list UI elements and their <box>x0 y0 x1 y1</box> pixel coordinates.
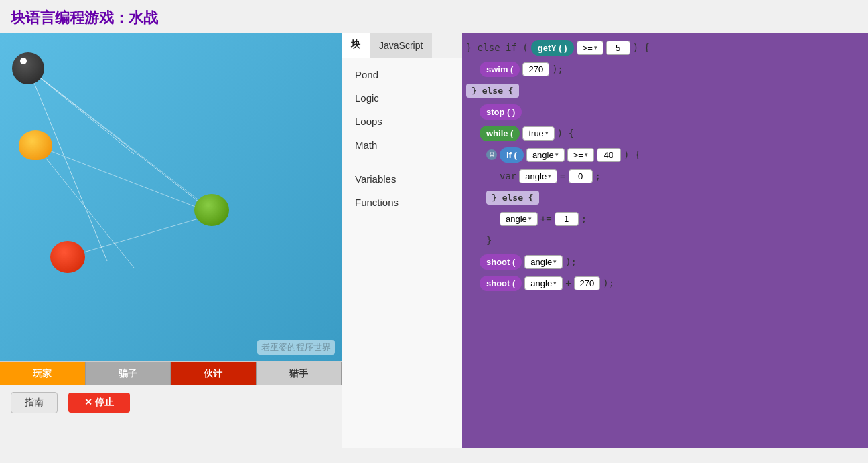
op-gte2-label: >= <box>573 150 583 160</box>
stop-line: stop ( ) <box>480 102 864 122</box>
svg-line-5 <box>68 214 214 257</box>
angle-dropdown-3[interactable]: angle ▾ <box>500 212 538 226</box>
shoot-label-1: shoot ( <box>486 257 515 267</box>
while-label: while ( <box>486 128 513 138</box>
angle-label-4: angle <box>530 257 552 267</box>
else-if-text: } else if ( <box>466 42 528 53</box>
code-section: } else if ( getY ( ) >= ▾ 5 ) { swim ( 2… <box>466 37 864 293</box>
true-label: true <box>528 128 543 138</box>
toolbox-item-loops[interactable]: Loops <box>342 110 462 132</box>
while-close: ) { <box>557 128 574 138</box>
swim-block[interactable]: swim ( <box>480 62 520 77</box>
shoot-close-2: ); <box>603 278 614 288</box>
tab-cheater[interactable]: 骗子 <box>86 362 171 385</box>
svg-line-6 <box>28 68 212 210</box>
angle-dropdown-1[interactable]: angle ▾ <box>526 148 565 162</box>
val-1-input[interactable]: 1 <box>555 212 579 226</box>
angle-label-3: angle <box>506 214 527 224</box>
tab-blocks[interactable]: 块 <box>342 33 370 58</box>
val-270-input[interactable]: 270 <box>574 276 601 290</box>
else-line: } else { <box>466 80 864 100</box>
plus-eq-text: += <box>540 213 552 224</box>
toolbox-item-functions[interactable]: Functions <box>342 191 462 213</box>
if-label: if ( <box>506 150 517 160</box>
player-tabs: 玩家 骗子 伙计 猎手 <box>0 361 342 385</box>
swim-line: swim ( 270 ); <box>480 59 864 79</box>
toolbox-items: Pond Logic Loops Math Variables Function… <box>342 58 462 219</box>
svg-line-2 <box>28 68 107 261</box>
var-line: var angle ▾ = 0 ; <box>500 166 864 186</box>
val-5-input[interactable]: 5 <box>606 41 630 55</box>
code-panel[interactable]: } else if ( getY ( ) >= ▾ 5 ) { swim ( 2… <box>462 33 868 448</box>
angle-dropdown-2[interactable]: angle ▾ <box>519 169 557 183</box>
if-block[interactable]: if ( <box>500 147 524 163</box>
swim-val-input[interactable]: 270 <box>522 62 549 76</box>
val-40-input[interactable]: 40 <box>597 148 621 162</box>
angle-arrow-2: ▾ <box>548 173 551 179</box>
op-gte-label: >= <box>583 43 593 53</box>
gear-icon[interactable]: ⚙ <box>486 149 497 160</box>
duck-orange <box>19 130 52 160</box>
getY-block[interactable]: getY ( ) <box>531 40 574 56</box>
pond-lines <box>0 33 342 361</box>
stop-label: stop ( ) <box>486 107 515 117</box>
true-arrow: ▾ <box>545 130 549 136</box>
if-close: ) { <box>624 149 640 160</box>
while-block[interactable]: while ( <box>480 126 520 141</box>
while-line: while ( true ▾ ) { <box>480 123 864 143</box>
svg-line-4 <box>35 145 134 268</box>
plus-text: + <box>565 278 571 288</box>
toolbox-panel: 块 JavaScript Pond Logic Loops Math Varia… <box>342 33 462 448</box>
shoot-block-2[interactable]: shoot ( <box>480 276 522 291</box>
else2-line: } else { <box>486 187 864 207</box>
angle-arrow-1: ▾ <box>555 151 559 158</box>
toolbox-item-pond[interactable]: Pond <box>342 64 462 86</box>
angle-inc-line: angle ▾ += 1 ; <box>500 209 864 229</box>
semicolon-2: ; <box>581 213 587 224</box>
toolbox-item-variables[interactable]: Variables <box>342 168 462 190</box>
semicolon-1: ; <box>595 171 601 181</box>
duck-dark <box>12 52 44 84</box>
game-canvas: 老巫婆的程序世界 <box>0 33 342 361</box>
toolbox-item-logic[interactable]: Logic <box>342 87 462 109</box>
true-dropdown[interactable]: true ▾ <box>522 126 554 141</box>
shoot-close-1: ); <box>565 256 577 267</box>
tab-player[interactable]: 玩家 <box>0 362 86 385</box>
stop-block[interactable]: stop ( ) <box>480 104 522 120</box>
tab-partner[interactable]: 伙计 <box>171 362 257 385</box>
val-0-input[interactable]: 0 <box>569 169 593 183</box>
angle-label-1: angle <box>532 150 554 160</box>
tab-javascript[interactable]: JavaScript <box>370 33 432 58</box>
tabs-bar: 块 JavaScript <box>342 33 462 58</box>
watermark: 老巫婆的程序世界 <box>257 340 335 355</box>
else2-text: } else { <box>486 191 539 205</box>
angle-dropdown-5[interactable]: angle ▾ <box>524 276 563 290</box>
close-brace: } <box>486 235 492 246</box>
swim-label: swim ( <box>486 64 513 74</box>
tab-hunter[interactable]: 猎手 <box>257 362 342 385</box>
guide-button[interactable]: 指南 <box>11 392 58 413</box>
eq-text: = <box>560 171 565 181</box>
svg-line-3 <box>35 145 214 214</box>
op-gte-arrow: ▾ <box>594 44 597 51</box>
op-gte2-dropdown[interactable]: >= ▾ <box>567 148 594 162</box>
duck-red <box>50 241 85 273</box>
var-text: var <box>500 171 516 181</box>
toolbox-item-math[interactable]: Math <box>342 134 462 156</box>
shoot-label-2: shoot ( <box>486 278 515 288</box>
toolbox-separator <box>342 157 462 167</box>
stop-button[interactable]: ✕ 停止 <box>68 393 130 413</box>
close-brace-line: } <box>486 230 864 250</box>
angle-dropdown-4[interactable]: angle ▾ <box>524 255 563 269</box>
brace-open-1: ) { <box>633 42 650 53</box>
else-text: } else { <box>466 84 519 98</box>
shoot-line-2: shoot ( angle ▾ + 270 ); <box>480 273 864 293</box>
angle-label-2: angle <box>525 171 547 181</box>
op-gte-dropdown[interactable]: >= ▾ <box>577 41 603 55</box>
duck-green <box>194 194 229 226</box>
else-if-line: } else if ( getY ( ) >= ▾ 5 ) { <box>466 37 864 58</box>
shoot-block-1[interactable]: shoot ( <box>480 254 522 270</box>
angle-arrow-4: ▾ <box>553 258 557 265</box>
angle-label-5: angle <box>530 278 552 288</box>
angle-arrow-3: ▾ <box>528 215 532 222</box>
